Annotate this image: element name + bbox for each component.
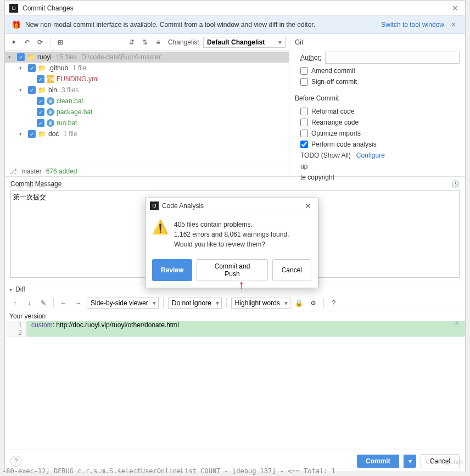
folder-icon: 📁 — [38, 130, 46, 138]
help-icon[interactable]: ? — [328, 298, 339, 309]
git-options-pane: Git Author: Amend commit Sign-off commit… — [289, 34, 465, 176]
branch-status: ⎇ master 676 added — [5, 166, 289, 176]
diff-section: ▾ Diff ↑ ↓ ✎ ← → Side-by-side viewer Do … — [5, 283, 465, 446]
ignore-combo[interactable]: Do not ignore — [168, 298, 222, 309]
expand-icon[interactable]: ⇵ — [126, 37, 137, 48]
watermark: CSDN @zhdk — [426, 458, 463, 465]
empty-editor-area — [5, 337, 465, 446]
checkbox[interactable]: ✓ — [28, 86, 36, 94]
checkbox[interactable]: ✓ — [37, 119, 44, 127]
code-analysis-modal: IJ Code Analysis ✕ ⚠️ 405 files contain … — [145, 198, 318, 288]
viewer-combo[interactable]: Side-by-side viewer — [87, 298, 159, 309]
diff-code-area[interactable]: 1custom: http://doc.ruoyi.vip/ruoyi/othe… — [5, 321, 465, 337]
forward-icon[interactable]: → — [72, 298, 83, 309]
highlight-combo[interactable]: Highlight words — [231, 298, 290, 309]
before-commit-title: Before Commit — [295, 94, 460, 102]
branch-icon: ⎇ — [9, 167, 17, 175]
history-icon[interactable]: 🕓 — [451, 180, 460, 188]
prev-diff-icon[interactable]: ↑ — [9, 298, 20, 309]
commit-button[interactable]: Commit — [357, 455, 399, 468]
app-icon: IJ — [150, 201, 159, 210]
checkbox[interactable]: ✓ — [28, 130, 36, 138]
info-banner: 🎁 New non-modal commit interface is avai… — [5, 16, 465, 34]
refresh-icon[interactable]: ⟳ — [35, 37, 46, 48]
author-input[interactable] — [325, 52, 460, 64]
chevron-down-icon[interactable]: ▾ — [19, 65, 26, 71]
checkbox[interactable]: ✓ — [17, 53, 25, 61]
optimize-checkbox[interactable] — [300, 130, 308, 137]
diff-label: Diff — [15, 285, 25, 293]
folder-icon: 📁 — [38, 64, 46, 72]
analysis-checkbox[interactable] — [300, 141, 308, 148]
lock-icon[interactable]: 🔒 — [294, 298, 305, 309]
window-title: Commit Changes — [23, 4, 450, 12]
checkbox[interactable]: ✓ — [37, 97, 44, 105]
modal-cancel-button[interactable]: Cancel — [272, 259, 311, 281]
review-button[interactable]: Review — [152, 259, 192, 281]
separator — [50, 37, 51, 47]
commit-and-push-button[interactable]: Commit and Push — [197, 259, 267, 281]
checkbox[interactable]: ✓ — [37, 108, 44, 116]
commit-message-label: Commit Message — [10, 180, 61, 188]
gear-icon[interactable]: ⚙ — [308, 298, 319, 309]
commit-split-button[interactable]: ▾ — [404, 455, 416, 468]
changelist-combo[interactable]: Default Changelist — [203, 37, 286, 48]
rearrange-checkbox[interactable] — [300, 119, 308, 126]
tree-root[interactable]: ▾ ✓ 📁 ruoyi 15 files D:\code-data\RuoYi-… — [5, 52, 289, 63]
eye-icon: 👁 — [454, 320, 460, 327]
group-icon[interactable]: ⊞ — [55, 37, 66, 48]
warning-icon: ⚠️ — [152, 220, 169, 249]
tree-folder[interactable]: ▾ ✓ 📁 .github 1 file — [5, 63, 289, 74]
back-icon[interactable]: ← — [58, 298, 69, 309]
app-icon: IJ — [9, 4, 18, 13]
next-diff-icon[interactable]: ↓ — [24, 298, 35, 309]
close-icon[interactable]: ✕ — [450, 4, 461, 13]
revert-icon[interactable]: ↶ — [21, 37, 32, 48]
folder-icon: 📁 — [38, 86, 46, 94]
reformat-checkbox[interactable] — [300, 108, 308, 115]
yml-file-icon: YML — [47, 75, 54, 83]
banner-message: New non-modal commit interface is availa… — [25, 21, 377, 29]
changes-tree[interactable]: ▾ ✓ 📁 ruoyi 15 files D:\code-data\RuoYi-… — [5, 51, 289, 166]
checkbox[interactable]: ✓ — [28, 64, 36, 72]
help-button[interactable]: ? — [10, 456, 21, 467]
tree-folder[interactable]: ▾ ✓ 📁 bin 3 files — [5, 85, 289, 96]
chevron-down-icon[interactable]: ▾ — [8, 54, 15, 60]
chevron-down-icon[interactable]: ▾ — [9, 287, 12, 293]
configure-link[interactable]: Configure — [356, 152, 385, 159]
chevron-down-icon[interactable]: ▾ — [19, 87, 26, 93]
show-diff-icon[interactable]: ✦ — [8, 37, 19, 48]
switch-tool-window-link[interactable]: Switch to tool window — [381, 21, 444, 29]
diff-toolbar: ↑ ↓ ✎ ← → Side-by-side viewer Do not ign… — [5, 295, 465, 311]
git-section-title: Git — [295, 38, 460, 46]
modal-close-icon[interactable]: ✕ — [303, 201, 314, 210]
filter-icon[interactable]: ≡ — [153, 37, 164, 48]
edit-icon[interactable]: ✎ — [38, 298, 49, 309]
tree-file[interactable]: ✓ ⊕ run.bat — [5, 117, 289, 128]
signoff-checkbox[interactable] — [300, 78, 308, 86]
bat-file-icon: ⊕ — [47, 97, 54, 105]
version-label: Your version — [5, 311, 465, 321]
tree-file[interactable]: ✓ ⊕ package.bat — [5, 107, 289, 117]
bat-file-icon: ⊕ — [47, 119, 54, 127]
modal-text: 405 files contain problems. 1,162 errors… — [174, 220, 289, 249]
changes-pane: ✦ ↶ ⟳ ⊞ ⇵ ⇅ ≡ Changelist: Default Change… — [5, 34, 289, 176]
collapse-icon[interactable]: ⇅ — [139, 37, 150, 48]
banner-close-icon[interactable]: ✕ — [449, 21, 458, 29]
folder-icon: 📁 — [27, 53, 35, 61]
tree-file[interactable]: ✓ YML FUNDING.yml — [5, 74, 289, 85]
author-field: Author: — [300, 52, 460, 64]
annotation-arrow-icon: ↑ — [238, 278, 244, 292]
debug-output: -80-exec-12] DEBUG c.r.s.m.S.selectUserO… — [0, 466, 470, 476]
changes-toolbar: ✦ ↶ ⟳ ⊞ ⇵ ⇅ ≡ Changelist: Default Change… — [5, 34, 289, 51]
tree-file[interactable]: ✓ ⊕ clean.bat — [5, 96, 289, 107]
changelist-label: Changelist: — [168, 38, 201, 46]
titlebar: IJ Commit Changes ✕ — [5, 1, 465, 16]
checkbox[interactable]: ✓ — [37, 75, 44, 83]
amend-checkbox[interactable] — [300, 67, 308, 75]
gift-icon: 🎁 — [12, 20, 21, 29]
bat-file-icon: ⊕ — [47, 108, 54, 116]
author-label: Author: — [300, 54, 322, 61]
tree-folder[interactable]: ▾ ✓ 📁 doc 1 file — [5, 128, 289, 139]
chevron-down-icon[interactable]: ▾ — [19, 131, 26, 137]
